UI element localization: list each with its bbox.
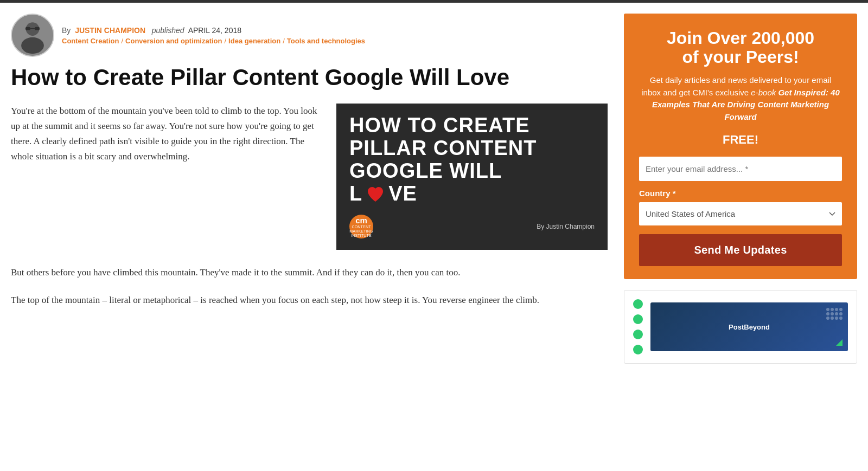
widget-description: Get daily articles and news delivered to… bbox=[639, 74, 842, 123]
image-love-word: L VE bbox=[349, 183, 417, 205]
postbeyond-logo: PostBeyond bbox=[729, 323, 770, 331]
svg-rect-4 bbox=[35, 27, 40, 30]
country-label: Country * bbox=[639, 189, 842, 198]
country-select[interactable]: United States of America Canada United K… bbox=[639, 202, 842, 225]
author-avatar bbox=[11, 14, 54, 57]
page-wrapper: By JUSTIN CHAMPION published APRIL 24, 2… bbox=[0, 3, 868, 375]
article-p2: But others before you have climbed this … bbox=[11, 265, 608, 281]
image-bottom-row: cm CONTENTMARKETINGINSTITUTE By Justin C… bbox=[349, 215, 595, 238]
category-idea-generation[interactable]: Idea generation bbox=[228, 37, 280, 45]
cm-logo: cm CONTENTMARKETINGINSTITUTE bbox=[349, 215, 373, 238]
submit-button[interactable]: Send Me Updates bbox=[639, 234, 842, 266]
postbeyond-widget: PostBeyond bbox=[624, 290, 857, 364]
article-title: How to Create Pillar Content Google Will… bbox=[11, 64, 608, 91]
article-intro-text: You're at the bottom of the mountain you… bbox=[11, 104, 326, 250]
svg-rect-3 bbox=[25, 27, 31, 30]
categories: Content Creation / Conversion and optimi… bbox=[62, 37, 365, 45]
sidebar: Join Over 200,000 of your Peers! Get dai… bbox=[624, 14, 857, 364]
article-featured-image: HOW TO CREATEPILLAR CONTENTGOOGLE WILL L… bbox=[336, 104, 608, 250]
dots-column bbox=[633, 299, 643, 354]
author-meta: By JUSTIN CHAMPION published APRIL 24, 2… bbox=[62, 26, 365, 45]
email-input[interactable] bbox=[639, 157, 842, 181]
dot-3 bbox=[633, 330, 643, 339]
article-p3: The top of the mountain – literal or met… bbox=[11, 293, 608, 308]
article-paragraphs: But others before you have climbed this … bbox=[11, 265, 608, 308]
newsletter-widget: Join Over 200,000 of your Peers! Get dai… bbox=[624, 14, 857, 279]
author-row: By JUSTIN CHAMPION published APRIL 24, 2… bbox=[11, 14, 608, 57]
author-name: JUSTIN CHAMPION bbox=[75, 26, 145, 35]
dot-2 bbox=[633, 314, 643, 324]
pb-grid-dots bbox=[826, 308, 843, 320]
dot-4 bbox=[633, 345, 643, 354]
main-content: By JUSTIN CHAMPION published APRIL 24, 2… bbox=[11, 14, 608, 364]
category-content-creation[interactable]: Content Creation bbox=[62, 37, 119, 45]
image-title: HOW TO CREATEPILLAR CONTENTGOOGLE WILL L… bbox=[349, 114, 537, 205]
published-label: published bbox=[152, 26, 184, 35]
by-label: By bbox=[62, 26, 71, 35]
dot-1 bbox=[633, 299, 643, 309]
image-byline: By Justin Champion bbox=[537, 223, 595, 230]
heart-icon bbox=[366, 184, 385, 204]
image-card: HOW TO CREATEPILLAR CONTENTGOOGLE WILL L… bbox=[336, 104, 608, 250]
widget-free: FREE! bbox=[639, 133, 842, 147]
author-byline: By JUSTIN CHAMPION published APRIL 24, 2… bbox=[62, 26, 365, 35]
category-conversion[interactable]: Conversion and optimization bbox=[125, 37, 222, 45]
pub-date: APRIL 24, 2018 bbox=[188, 26, 241, 35]
postbeyond-image[interactable]: PostBeyond bbox=[650, 302, 848, 351]
category-tools[interactable]: Tools and technologies bbox=[287, 37, 365, 45]
pb-arrow-icon bbox=[836, 339, 843, 346]
widget-heading: Join Over 200,000 of your Peers! bbox=[639, 29, 842, 67]
article-body-top: You're at the bottom of the mountain you… bbox=[11, 104, 608, 250]
svg-point-2 bbox=[21, 37, 44, 54]
